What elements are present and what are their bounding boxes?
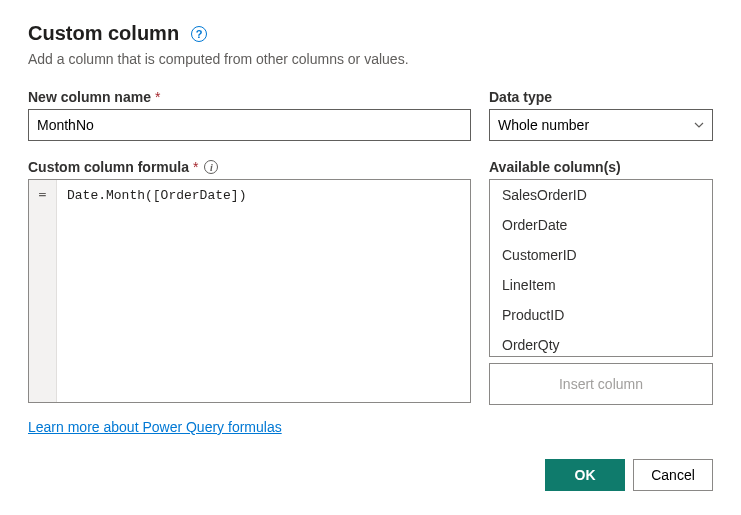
help-icon[interactable]: ?	[191, 26, 207, 42]
cancel-button[interactable]: Cancel	[633, 459, 713, 491]
column-item[interactable]: CustomerID	[490, 240, 712, 270]
column-item[interactable]: LineItem	[490, 270, 712, 300]
column-item[interactable]: OrderDate	[490, 210, 712, 240]
formula-label: Custom column formula* i	[28, 159, 471, 175]
dialog-title: Custom column	[28, 22, 179, 45]
new-column-name-label: New column name*	[28, 89, 471, 105]
insert-column-button[interactable]: Insert column	[489, 363, 713, 405]
new-column-name-input[interactable]	[28, 109, 471, 141]
learn-more-link[interactable]: Learn more about Power Query formulas	[28, 419, 282, 435]
formula-gutter: =	[29, 180, 57, 402]
column-item[interactable]: OrderQty	[490, 330, 712, 356]
formula-editor[interactable]: =	[28, 179, 471, 403]
dialog-subtitle: Add a column that is computed from other…	[28, 51, 713, 67]
formula-textarea[interactable]	[57, 180, 470, 402]
column-item[interactable]: SalesOrderID	[490, 180, 712, 210]
data-type-select[interactable]	[489, 109, 713, 141]
info-icon[interactable]: i	[204, 160, 218, 174]
available-columns-list[interactable]: SalesOrderIDOrderDateCustomerIDLineItemP…	[490, 180, 712, 356]
ok-button[interactable]: OK	[545, 459, 625, 491]
available-columns-label: Available column(s)	[489, 159, 713, 175]
data-type-label: Data type	[489, 89, 713, 105]
column-item[interactable]: ProductID	[490, 300, 712, 330]
